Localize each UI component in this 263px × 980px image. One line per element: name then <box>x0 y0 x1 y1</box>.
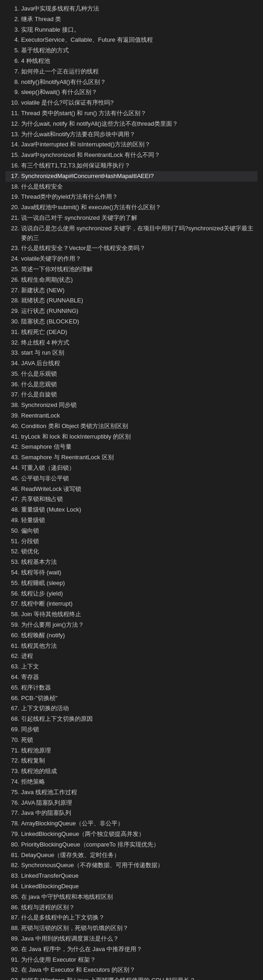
list-item[interactable]: 21.说一说自己对于 synchronized 关键字的了解 <box>6 213 257 223</box>
list-item[interactable]: 79.LinkedBlockingQueue（两个独立锁提高并发） <box>6 829 257 840</box>
list-item[interactable]: 55.线程睡眠 (sleep) <box>6 578 257 589</box>
item-number: 23. <box>6 244 19 253</box>
list-item[interactable]: 68.引起线程上下文切换的原因 <box>6 714 257 724</box>
list-item[interactable]: 69.同步锁 <box>6 724 257 735</box>
list-item[interactable]: 74.拒绝策略 <box>6 777 257 787</box>
list-item[interactable]: 14.Java中interrupted 和 isInterrupted()方法的… <box>6 139 257 150</box>
list-item[interactable]: 84.LinkedBlockingDeque <box>6 881 257 892</box>
list-item[interactable]: 7.如何停止一个正在运行的线程 <box>6 67 257 77</box>
list-item[interactable]: 13.为什么wait和notify方法要在同步块中调用？ <box>6 129 257 140</box>
list-item[interactable]: 73.线程池的组成 <box>6 766 257 777</box>
list-item[interactable]: 9.sleep()和wait() 有什么区别？ <box>6 87 257 98</box>
list-item[interactable]: 77.Java 中的阻塞队列 <box>6 808 257 819</box>
list-item[interactable]: 4.ExecutorService、Callable、Future 有返回值线程 <box>6 35 257 45</box>
list-item[interactable]: 31.线程死亡 (DEAD) <box>6 327 257 338</box>
list-item[interactable]: 53.线程基本方法 <box>6 557 257 568</box>
list-item[interactable]: 45.公平锁与非公平锁 <box>6 473 257 484</box>
list-item[interactable]: 20.Java线程池中submit() 和 execute()方法有什么区别？ <box>6 202 257 213</box>
list-item[interactable]: 87.什么是多线程中的上下文切换？ <box>6 913 257 923</box>
list-item[interactable]: 37.什么是自旋锁 <box>6 390 257 400</box>
list-item[interactable]: 1.Java中实现多线程有几种方法 <box>6 4 257 14</box>
list-item[interactable]: 32.终止线程 4 种方式 <box>6 338 257 348</box>
list-item[interactable]: 11.Thread 类中的start() 和 run() 方法有什么区别？ <box>6 108 257 119</box>
list-item[interactable]: 40.Condition 类和 Object 类锁方法区别区别 <box>6 421 257 432</box>
list-item[interactable]: 6.4 种线程池 <box>6 56 257 67</box>
list-item[interactable]: 64.寄存器 <box>6 672 257 683</box>
list-item[interactable]: 16.有三个线程T1,T2,T3,如何保证顺序执行？ <box>6 161 257 171</box>
list-item[interactable]: 70.死锁 <box>6 735 257 746</box>
list-item[interactable]: 2.继承 Thread 类 <box>6 14 257 25</box>
list-item[interactable]: 58.Join 等待其他线程终止 <box>6 609 257 620</box>
list-item[interactable]: 44.可重入锁（递归锁） <box>6 463 257 473</box>
list-item[interactable]: 41.tryLock 和 lock 和 lockInterruptibly 的区… <box>6 432 257 442</box>
list-item[interactable]: 88.死锁与活锁的区别，死锁与饥饿的区别？ <box>6 923 257 934</box>
list-item[interactable]: 80.PriorityBlockingQueue（compareTo 排序实现优… <box>6 840 257 850</box>
list-item[interactable]: 17.SynchronizedMap#lConcurrentHashMapaIt… <box>6 171 257 182</box>
list-item[interactable]: 30.阻塞状态 (BLOCKED) <box>6 317 257 327</box>
list-item[interactable]: 29.运行状态 (RUNNING) <box>6 306 257 317</box>
list-item[interactable]: 60.线程唤醒 (notify) <box>6 630 257 641</box>
list-item[interactable]: 25.简述一下你对线程池的理解 <box>6 264 257 275</box>
list-item[interactable]: 35.什么是乐观锁 <box>6 369 257 379</box>
list-item[interactable]: 92.在 Java 中 Executor 和 Executors 的区别？ <box>6 965 257 975</box>
item-text: 什么是乐观锁 <box>21 369 257 379</box>
list-item[interactable]: 93.如何在 Windows 和 Linux 上面找哪个线程使用的 CPU 时间… <box>6 975 257 980</box>
list-item[interactable]: 82.SynchronousQueue（不存储数据、可用于传递数据） <box>6 860 257 871</box>
list-item[interactable]: 49.轻量级锁 <box>6 515 257 526</box>
list-item[interactable]: 90.在 Java 程序中，为什么在 Java 中推荐使用？ <box>6 944 257 955</box>
list-item[interactable]: 26.线程生命周期(状态) <box>6 275 257 285</box>
list-item[interactable]: 33.start 与 run 区别 <box>6 348 257 358</box>
list-item[interactable]: 83.LinkedTransferQueue <box>6 871 257 881</box>
list-item[interactable]: 5.基于线程池的方式 <box>6 45 257 56</box>
list-item[interactable]: 36.什么是悲观锁 <box>6 379 257 390</box>
list-item[interactable]: 18.什么是线程安全 <box>6 182 257 192</box>
list-item[interactable]: 62.进程 <box>6 651 257 662</box>
list-item[interactable]: 67.上下文切换的活动 <box>6 703 257 714</box>
list-item[interactable]: 61.线程其他方法 <box>6 641 257 651</box>
item-number: 65. <box>6 683 19 693</box>
list-item[interactable]: 56.线程让步 (yield) <box>6 589 257 599</box>
list-item[interactable]: 46.ReadWriteLock 读写锁 <box>6 484 257 495</box>
list-item[interactable]: 34.JAVA 后台线程 <box>6 358 257 369</box>
list-item[interactable]: 65.程序计数器 <box>6 683 257 693</box>
list-item[interactable]: 19.Thread类中的yield方法有什么作用？ <box>6 192 257 202</box>
list-item[interactable]: 76.JAVA 阻塞队列原理 <box>6 798 257 808</box>
list-item[interactable]: 91.为什么使用 Executor 框架？ <box>6 955 257 965</box>
list-item[interactable]: 66.PCB-"切换桢" <box>6 693 257 704</box>
list-item[interactable]: 15.Java中synchronized 和 ReentrantLock 有什么… <box>6 150 257 161</box>
list-item[interactable]: 38.Synchronized 同步锁 <box>6 400 257 411</box>
list-item[interactable]: 89.Java 中用到的线程调度算法是什么？ <box>6 934 257 944</box>
list-item[interactable]: 39.ReentrantLock <box>6 411 257 421</box>
list-item[interactable]: 42.Semaphore 信号量 <box>6 442 257 452</box>
list-item[interactable]: 28.就绪状态 (RUNNABLE) <box>6 295 257 306</box>
list-item[interactable]: 78.ArrayBlockingQueue（公平、非公平） <box>6 819 257 829</box>
list-item[interactable]: 86.线程与进程的区别？ <box>6 902 257 913</box>
list-item[interactable]: 24.volatile关键字的作用？ <box>6 254 257 264</box>
list-item[interactable]: 59.为什么要用 join()方法？ <box>6 620 257 630</box>
list-item[interactable]: 81.DelayQueue（缓存失效、定时任务） <box>6 850 257 861</box>
list-item[interactable]: 72.线程复制 <box>6 756 257 766</box>
list-item[interactable]: 63.上下文 <box>6 662 257 672</box>
list-item[interactable]: 22.说说自己是怎么使用 synchronized 关键字，在项目中用到了吗?s… <box>6 223 257 244</box>
list-item[interactable]: 57.线程中断 (interrupt) <box>6 599 257 609</box>
item-text: 可重入锁（递归锁） <box>21 463 257 473</box>
list-item[interactable]: 75.Java 线程池工作过程 <box>6 787 257 798</box>
item-text: LinkedBlockingQueue（两个独立锁提高并发） <box>21 830 257 839</box>
list-item[interactable]: 43.Semaphore 与 ReentrantLock 区别 <box>6 452 257 463</box>
list-item[interactable]: 3.实现 Runnable 接口。 <box>6 25 257 35</box>
list-item[interactable]: 27.新建状态 (NEW) <box>6 285 257 296</box>
item-number: 72. <box>6 756 19 766</box>
item-number: 73. <box>6 767 19 776</box>
list-item[interactable]: 54.线程等待 (wait) <box>6 568 257 578</box>
list-item[interactable]: 10.volatile 是什么?可以保证有序性吗? <box>6 98 257 108</box>
list-item[interactable]: 47.共享锁和独占锁 <box>6 494 257 505</box>
list-item[interactable]: 51.分段锁 <box>6 536 257 547</box>
list-item[interactable]: 71.线程池原理 <box>6 746 257 756</box>
list-item[interactable]: 50.偏向锁 <box>6 526 257 536</box>
list-item[interactable]: 48.重量级锁 (Mutex Lock) <box>6 505 257 515</box>
list-item[interactable]: 52.锁优化 <box>6 546 257 557</box>
list-item[interactable]: 12.为什么wait, notify 和 notifyAll()这些方法不在th… <box>6 119 257 129</box>
list-item[interactable]: 85.在 java 中守护线程和本地线程区别 <box>6 892 257 902</box>
list-item[interactable]: 23.什么是线程安全？Vector是一个线程安全类吗？ <box>6 243 257 254</box>
list-item[interactable]: 8.notify()和notifyAll()有什么区别？ <box>6 77 257 88</box>
